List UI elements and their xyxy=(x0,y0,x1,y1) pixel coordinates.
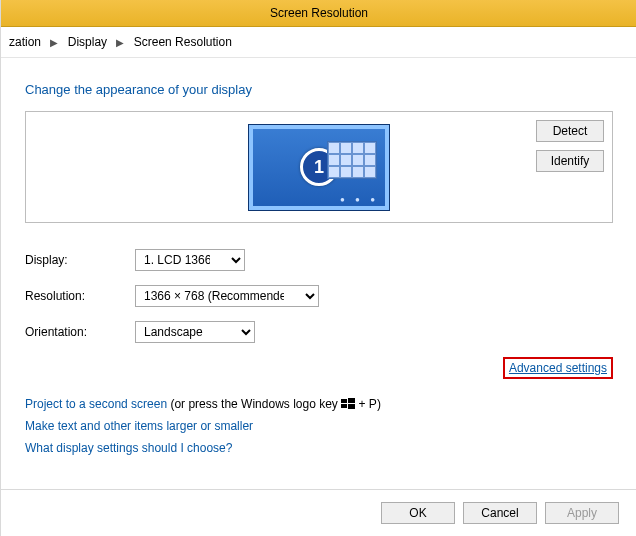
chevron-right-icon: ▶ xyxy=(50,37,58,48)
dialog-footer: OK Cancel Apply xyxy=(1,489,636,536)
cancel-button[interactable]: Cancel xyxy=(463,502,537,524)
chevron-right-icon: ▶ xyxy=(116,37,124,48)
monitor-icon[interactable]: 1 ● ● ● xyxy=(248,124,390,211)
apply-button[interactable]: Apply xyxy=(545,502,619,524)
monitor-grid-icon xyxy=(327,141,377,179)
display-select[interactable]: 1. LCD 1366x768 xyxy=(135,249,245,271)
display-preview-box: 1 ● ● ● Detect Identify xyxy=(25,111,613,223)
breadcrumb: zation ▶ Display ▶ Screen Resolution xyxy=(1,27,636,58)
breadcrumb-item[interactable]: Screen Resolution xyxy=(134,35,232,49)
breadcrumb-item[interactable]: Display xyxy=(68,35,107,49)
breadcrumb-item[interactable]: zation xyxy=(9,35,41,49)
window-title: Screen Resolution xyxy=(1,0,636,27)
svg-rect-2 xyxy=(341,404,347,408)
resolution-select[interactable]: 1366 × 768 (Recommended) xyxy=(135,285,319,307)
advanced-settings-link[interactable]: Advanced settings xyxy=(503,357,613,379)
orientation-select[interactable]: Landscape xyxy=(135,321,255,343)
text-size-link[interactable]: Make text and other items larger or smal… xyxy=(25,419,613,433)
monitor-dots-icon: ● ● ● xyxy=(340,195,379,204)
svg-rect-1 xyxy=(348,398,355,403)
resolution-label: Resolution: xyxy=(25,289,135,303)
content-area: Change the appearance of your display 1 … xyxy=(1,58,636,455)
screen-resolution-window: Screen Resolution zation ▶ Display ▶ Scr… xyxy=(0,0,636,536)
windows-key-icon xyxy=(341,398,355,410)
svg-rect-0 xyxy=(341,399,347,403)
identify-button[interactable]: Identify xyxy=(536,150,604,172)
detect-button[interactable]: Detect xyxy=(536,120,604,142)
svg-rect-3 xyxy=(348,404,355,409)
project-second-screen-link[interactable]: Project to a second screen (or press the… xyxy=(25,397,613,411)
page-heading: Change the appearance of your display xyxy=(25,82,613,97)
help-link[interactable]: What display settings should I choose? xyxy=(25,441,613,455)
ok-button[interactable]: OK xyxy=(381,502,455,524)
orientation-label: Orientation: xyxy=(25,325,135,339)
display-label: Display: xyxy=(25,253,135,267)
